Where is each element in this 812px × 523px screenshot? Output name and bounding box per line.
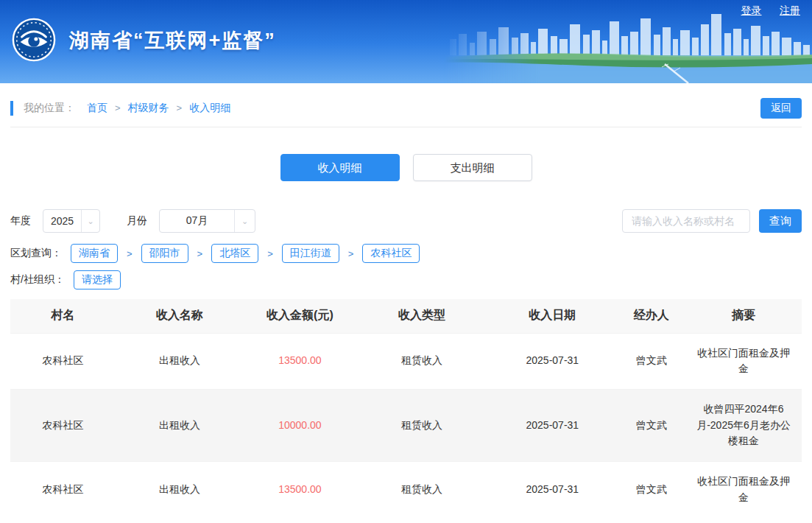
site-logo-eye-icon — [11, 17, 57, 63]
col-income-name: 收入名称 — [116, 299, 244, 333]
table-header-row: 村名 收入名称 收入金额(元) 收入类型 收入日期 经办人 摘要 — [10, 299, 802, 333]
region-chip-street[interactable]: 田江街道 — [282, 244, 339, 263]
col-village: 村名 — [10, 299, 116, 333]
col-summary: 摘要 — [685, 299, 802, 333]
region-filter-row: 区划查询： 湖南省 > 邵阳市 > 北塔区 > 田江街道 > 农科社区 — [10, 244, 802, 263]
tab-income-detail[interactable]: 收入明细 — [280, 154, 400, 181]
cell-handler: 曾文武 — [617, 461, 685, 517]
table-row: 农科社区 出租收入 13500.00 租赁收入 2025-07-31 曾文武 收… — [10, 333, 802, 389]
income-table: 村名 收入名称 收入金额(元) 收入类型 收入日期 经办人 摘要 农科社区 出租… — [10, 299, 802, 517]
breadcrumb-item-home[interactable]: 首页 — [87, 102, 107, 115]
breadcrumb-separator: > — [177, 102, 183, 113]
filter-row: 年度 2025 ⌄ 月份 07月 ⌄ 查询 — [10, 209, 802, 233]
table-row: 农科社区 出租收入 13500.00 租赁收入 2025-07-31 曾文武 收… — [10, 461, 802, 517]
year-select-value: 2025 — [43, 210, 81, 232]
tab-expense-detail[interactable]: 支出明细 — [413, 154, 532, 181]
col-handler: 经办人 — [617, 299, 685, 333]
region-label: 区划查询： — [10, 247, 62, 260]
cell-income-type: 租赁收入 — [356, 333, 487, 389]
region-chip-province[interactable]: 湖南省 — [71, 244, 118, 263]
site-header: 湖南省“互联网+监督” 登录 注册 — [0, 0, 812, 83]
detail-tabs: 收入明细 支出明细 — [10, 154, 802, 181]
col-income-date: 收入日期 — [487, 299, 617, 333]
cell-income-name: 出租收入 — [116, 333, 244, 389]
cell-amount: 10000.00 — [244, 389, 356, 461]
cell-summary: 收社区门面租金及押金 — [685, 333, 802, 389]
cell-village: 农科社区 — [10, 333, 116, 389]
cell-income-name: 出租收入 — [116, 461, 244, 517]
cell-income-type: 租赁收入 — [356, 461, 487, 517]
region-separator: > — [197, 248, 203, 259]
region-chip-community[interactable]: 农科社区 — [362, 244, 420, 263]
breadcrumb-accent-bar — [10, 101, 13, 116]
year-select[interactable]: 2025 ⌄ — [43, 209, 100, 233]
month-label: 月份 — [127, 214, 147, 228]
region-separator: > — [127, 248, 133, 259]
cell-income-name: 出租收入 — [116, 389, 244, 461]
breadcrumb-item-village-finance[interactable]: 村级财务 — [128, 102, 169, 115]
back-button[interactable]: 返回 — [760, 98, 802, 119]
year-label: 年度 — [10, 214, 31, 228]
login-link[interactable]: 登录 — [741, 4, 762, 16]
cell-village: 农科社区 — [10, 389, 116, 461]
col-income-type: 收入类型 — [356, 299, 487, 333]
region-chip-city[interactable]: 邵阳市 — [141, 244, 188, 263]
cell-income-date: 2025-07-31 — [487, 389, 617, 461]
region-chip-district[interactable]: 北塔区 — [211, 244, 258, 263]
site-title: 湖南省“互联网+监督” — [69, 27, 276, 54]
cell-amount: 13500.00 — [244, 333, 356, 389]
search-area: 查询 — [622, 209, 802, 233]
breadcrumb-label: 我的位置： — [24, 102, 75, 115]
table-row: 农科社区 出租收入 10000.00 租赁收入 2025-07-31 曾文武 收… — [10, 389, 802, 461]
month-select-value: 07月 — [160, 210, 234, 232]
org-filter-row: 村/社组织： 请选择 — [10, 270, 802, 289]
search-input[interactable] — [622, 209, 750, 233]
org-select-button[interactable]: 请选择 — [74, 270, 121, 289]
city-skyline-image — [444, 10, 812, 83]
org-label: 村/社组织： — [10, 273, 65, 287]
col-amount: 收入金额(元) — [244, 299, 356, 333]
register-link[interactable]: 注册 — [780, 4, 800, 16]
cell-village: 农科社区 — [10, 461, 116, 517]
auth-links: 登录 注册 — [727, 4, 800, 18]
cell-income-date: 2025-07-31 — [487, 461, 617, 517]
query-button[interactable]: 查询 — [759, 209, 802, 233]
region-separator: > — [267, 248, 273, 259]
breadcrumb-item-income-detail[interactable]: 收入明细 — [189, 102, 230, 115]
breadcrumb-separator: > — [115, 102, 121, 113]
cell-income-type: 租赁收入 — [356, 389, 487, 461]
chevron-down-icon: ⌄ — [234, 210, 255, 232]
cell-amount: 13500.00 — [244, 461, 356, 517]
cell-handler: 曾文武 — [617, 333, 685, 389]
breadcrumb: 我的位置： 首页 > 村级财务 > 收入明细 返回 — [10, 89, 802, 127]
chevron-down-icon: ⌄ — [81, 210, 99, 232]
cell-income-date: 2025-07-31 — [487, 333, 617, 389]
cell-handler: 曾文武 — [617, 389, 685, 461]
cell-summary: 收曾四平2024年6月-2025年6月老办公楼租金 — [685, 389, 802, 461]
region-separator: > — [348, 248, 354, 259]
month-select[interactable]: 07月 ⌄ — [159, 209, 255, 233]
cell-summary: 收社区门面租金及押金 — [685, 461, 802, 517]
